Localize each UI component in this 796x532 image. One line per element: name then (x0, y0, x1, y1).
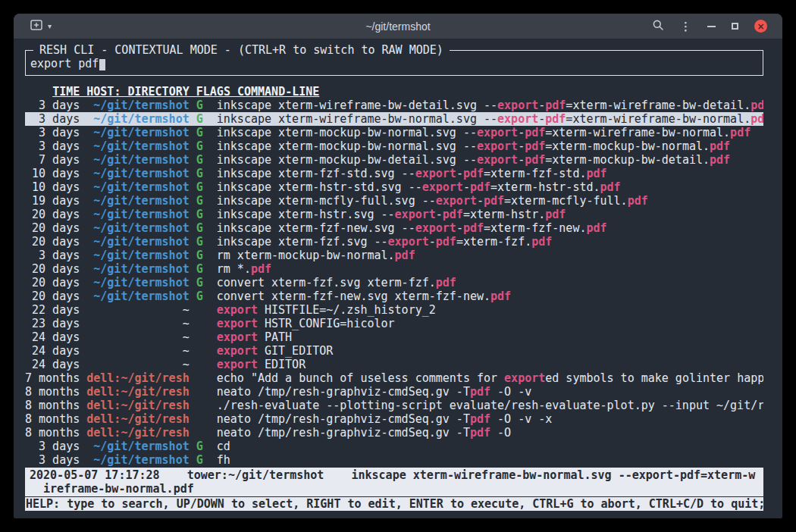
row-location: ~ (86, 303, 189, 317)
header-columns-label: TIME HOST: DIRECTORY FLAGS COMMAND-LINE (52, 85, 319, 99)
row-command: echo "Add a bunch of useless comments fo… (217, 371, 763, 385)
row-flags: G (196, 153, 203, 167)
history-row[interactable]: 8 monthsdell:~/git/resh./resh-evaluate -… (25, 399, 763, 412)
history-row[interactable]: 8 monthsdell:~/git/reshneato /tmp/resh-g… (25, 385, 763, 399)
row-time: 3 days (25, 112, 80, 126)
close-button[interactable]: × (754, 20, 767, 33)
history-row[interactable]: 3 days~/git/termshotGinkscape xterm-mock… (25, 139, 763, 153)
minimize-button[interactable] (707, 26, 716, 27)
command-match-highlight: export (395, 208, 436, 221)
command-match-highlight: pdf (436, 276, 456, 289)
row-location: ~/git/termshot (86, 276, 189, 289)
command-text: inkscape xterm-wireframe-bw-normal.svg -… (217, 112, 497, 126)
history-row[interactable]: 20 days~/git/termshotGinkscape xterm-fzf… (25, 221, 763, 235)
command-text: - (518, 153, 525, 167)
header-lead-spaces (25, 85, 52, 99)
history-row[interactable]: 23 days~export HSTR_CONFIG=hicolor (25, 317, 763, 330)
row-location: ~/git/termshot (86, 112, 189, 126)
row-location: ~/git/termshot (86, 208, 189, 221)
kebab-menu-icon: ⋮ (680, 20, 691, 32)
row-time: 8 months (25, 385, 80, 399)
history-row[interactable]: 8 monthsdell:~/git/reshneato /tmp/resh-g… (25, 426, 763, 440)
command-text: - (538, 99, 545, 112)
row-location: ~/git/termshot (86, 453, 189, 467)
row-command: inkscape xterm-wireframe-bw-detail.svg -… (217, 99, 763, 112)
row-time: 24 days (25, 358, 80, 371)
command-match-highlight: export (477, 153, 518, 167)
command-match-highlight: export (497, 99, 538, 112)
history-row[interactable]: 3 days~/git/termshotGinkscape xterm-mock… (25, 126, 763, 139)
row-command: inkscape xterm-mockup-bw-normal.svg --ex… (217, 126, 763, 139)
row-flags (196, 371, 203, 385)
row-location: dell:~/git/resh (86, 426, 189, 440)
row-flags: G (196, 194, 203, 208)
history-row-selected[interactable]: 3 days~/git/termshotGinkscape xterm-wire… (25, 112, 763, 126)
resh-search-box[interactable]: RESH CLI - CONTEXTUAL MODE - (CTRL+R to … (25, 50, 763, 76)
command-text: =xterm-mockup-bw-detail. (545, 153, 710, 167)
history-row[interactable]: 24 days~export PATH (25, 330, 763, 344)
command-text: - (518, 126, 525, 139)
history-row[interactable]: 3 days~/git/termshotGinkscape xterm-wire… (25, 99, 763, 112)
history-row[interactable]: 3 days~/git/termshotGrm xterm-mockup-bw-… (25, 249, 763, 262)
history-row[interactable]: 10 days~/git/termshotGinkscape xterm-hst… (25, 180, 763, 194)
titlebar[interactable]: ▾ ~/git/termshot ⋮ (14, 14, 782, 39)
history-row[interactable]: 24 days~export GIT_EDITOR (25, 344, 763, 358)
command-text: =xterm-mockup-bw-normal. (545, 139, 710, 153)
menu-button[interactable]: ⋮ (680, 20, 691, 32)
command-match-highlight: pdf (463, 221, 484, 235)
command-text: EDITOR (258, 358, 306, 371)
history-row[interactable]: 10 days~/git/termshotGinkscape xterm-fzf… (25, 167, 763, 180)
terminal-content: RESH CLI - CONTEXTUAL MODE - (CTRL+R to … (14, 39, 782, 518)
history-row[interactable]: 20 days~/git/termshotGconvert xterm-fzf.… (25, 276, 763, 289)
row-time: 8 months (25, 399, 80, 412)
row-time: 19 days (25, 194, 80, 208)
row-command: convert xterm-fzf.svg xterm-fzf.pdf (217, 276, 763, 289)
command-text: inkscape xterm-fzf-std.svg -- (217, 167, 415, 180)
history-row[interactable]: 20 days~/git/termshotGinkscape xterm-hst… (25, 208, 763, 221)
row-location: ~/git/termshot (86, 139, 189, 153)
history-row[interactable]: 24 days~export EDITOR (25, 358, 763, 371)
row-location: ~/git/termshot (86, 167, 189, 180)
history-row[interactable]: 7 days~/git/termshotGinkscape xterm-mock… (25, 153, 763, 167)
search-icon (652, 19, 664, 33)
command-match-highlight: pdf (586, 221, 606, 235)
history-row[interactable]: 3 days~/git/termshotGcd (25, 440, 763, 453)
command-text: =xterm-wireframe-bw-normal. (566, 112, 751, 126)
history-row[interactable]: 8 monthsdell:~/git/reshneato /tmp/resh-g… (25, 412, 763, 426)
row-flags: G (196, 289, 203, 303)
row-flags: G (196, 221, 203, 235)
command-text: =xterm-fzf. (456, 235, 531, 249)
command-match-highlight: pdf (710, 139, 730, 153)
row-command: fh (217, 453, 763, 467)
restore-button[interactable] (732, 23, 738, 30)
history-row[interactable]: 20 days~/git/termshotGconvert xterm-fzf-… (25, 289, 763, 303)
command-match-highlight: pdf (470, 385, 490, 399)
row-time: 3 days (25, 126, 80, 139)
command-match-highlight: export (436, 194, 477, 208)
history-row[interactable]: 20 days~/git/termshotGrm *.pdf (25, 262, 763, 276)
history-row[interactable]: 22 days~export HISTFILE=~/.zsh_history_2 (25, 303, 763, 317)
history-row[interactable]: 3 days~/git/termshotGfh (25, 453, 763, 467)
command-text: - (538, 112, 545, 126)
row-flags: G (196, 262, 203, 276)
row-time: 20 days (25, 208, 80, 221)
search-button[interactable] (652, 19, 664, 33)
row-flags (196, 317, 203, 330)
command-match-highlight: export (217, 344, 258, 358)
history-row[interactable]: 20 days~/git/termshotGinkscape xterm-fzf… (25, 235, 763, 249)
history-row[interactable]: 19 days~/git/termshotGinkscape xterm-mcf… (25, 194, 763, 208)
new-tab-icon (30, 20, 42, 33)
command-text: -O -v -x (490, 412, 552, 426)
row-location: ~ (86, 317, 189, 330)
new-tab-button[interactable] (30, 20, 42, 33)
command-text: - (456, 167, 463, 180)
row-flags: G (196, 235, 203, 249)
command-text: fh (217, 453, 230, 467)
tab-dropdown-button[interactable]: ▾ (48, 23, 52, 30)
command-text: cd (217, 440, 230, 453)
desktop-background: ▾ ~/git/termshot ⋮ (0, 0, 796, 532)
history-row[interactable]: 7 monthsdell:~/git/reshecho "Add a bunch… (25, 371, 763, 385)
command-match-highlight: pdf (470, 426, 490, 440)
command-text: - (463, 180, 470, 194)
row-command: convert xterm-fzf-new.svg xterm-fzf-new.… (217, 289, 763, 303)
